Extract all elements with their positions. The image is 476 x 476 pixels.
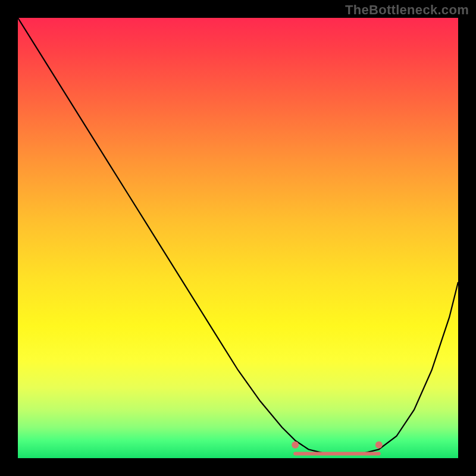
bottleneck-curve [18, 18, 458, 454]
optimal-marker-right [375, 441, 383, 449]
chart-frame: TheBottleneck.com [0, 0, 476, 476]
optimal-marker-left [292, 441, 299, 449]
watermark-text: TheBottleneck.com [345, 2, 469, 18]
chart-svg [18, 18, 458, 458]
plot-area [18, 18, 458, 458]
